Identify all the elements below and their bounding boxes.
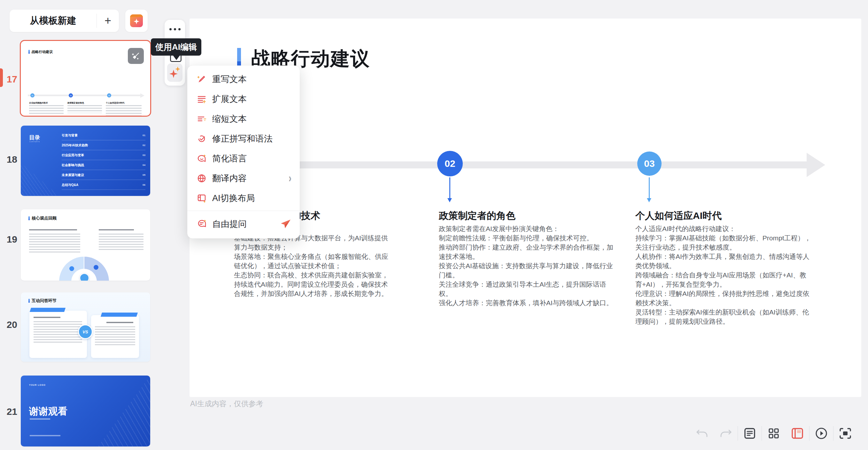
menu-item-ai-layout[interactable]: AI切换布局 [187,188,300,208]
layout-icon [197,193,207,203]
redo-icon [719,428,732,439]
menu-item-expand[interactable]: 扩展文本 [187,89,300,109]
slide-thumbnail-20[interactable]: 互动问答环节 VS [21,293,150,362]
toc-item-label: 引言与背景 [62,133,78,138]
menu-item-shorten[interactable]: 缩短文本 [187,109,300,129]
grid-view-button[interactable] [762,428,785,439]
column-3-body[interactable]: 个人适应AI时代的战略行动建议： 持续学习：掌握AI基础技能（如数据分析、Pro… [636,224,812,326]
mini-col-heading: 政策制定者的角色 [67,102,84,104]
app-root: 从模板新建 + 17 18 19 20 21 战略行动建议 01 02 03 企… [0,0,868,450]
mini-heading-bar [99,229,134,231]
mini-slide-title: 谢谢观看 [29,405,67,418]
menu-item-fix-grammar[interactable]: 修正拼写和语法 [187,129,300,149]
undo-icon [696,428,709,439]
menu-item-label: 重写文本 [212,73,291,85]
menu-item-simplify[interactable]: 简化语言 [187,149,300,169]
slide-thumbnail-18[interactable]: 目录 CONTENTS 引言与背景 01 2025年AI技术趋势 02 行业应用… [21,126,150,196]
new-from-template-button[interactable]: 从模板新建 [9,14,96,27]
step-2-arrow [450,177,450,199]
mini-text-lines [34,321,82,343]
present-button[interactable] [809,427,833,440]
menu-item-label: 自由提问 [212,218,274,230]
mini-timeline-bar [28,95,141,96]
chat-bubble-icon [197,219,207,229]
mini-step-1: 01 [30,93,34,97]
toc-row: 总结与Q&A 06 [62,180,146,190]
ai-beautify-badge[interactable] [128,48,144,64]
shorten-text-icon [197,114,207,124]
menu-item-label: 翻译内容 [212,173,283,184]
simplify-icon [197,154,207,163]
notes-icon [744,427,756,440]
mini-slide-title: 互动问答环节 [32,298,57,304]
mini-slide-title: 战略行动建议 [32,50,53,54]
menu-item-label: AI切换布局 [212,192,291,204]
ai-edit-button[interactable] [167,63,183,82]
gauge-center-circle [80,273,89,280]
menu-divider [187,211,300,211]
timeline-step-2[interactable]: 02 [437,151,463,176]
ai-template-icon [130,14,143,27]
mini-card-left-tab [30,308,65,312]
mini-heading-bar [29,229,77,231]
column-2-body[interactable]: 政策制定者需在AI发展中扮演关键角色： 制定前瞻性法规：平衡创新与伦理，确保技术… [439,224,614,307]
slide-number-20: 20 [0,319,17,330]
fullscreen-icon [839,427,852,440]
add-slide-button[interactable]: + [97,9,119,32]
toc-item-label: 行业应用与变革 [62,153,84,157]
fullscreen-button[interactable] [834,427,857,440]
mini-heading-bar [34,317,60,318]
redo-button[interactable] [714,428,738,439]
slide-number-19: 19 [0,234,17,245]
timeline-step-3[interactable]: 03 [637,151,661,176]
slide-thumbnail-19[interactable]: 核心观点回顾 [21,209,150,280]
mini-heading-bar [106,322,133,324]
mini-text-lines [106,105,142,116]
mini-slide-title: 核心观点回顾 [32,215,57,221]
play-icon [815,427,828,440]
toc-item-label: 社会影响与挑战 [62,163,84,168]
slide-title-bar [237,48,241,66]
mini-text-lines [29,105,64,115]
ai-edit-tooltip: 使用AI编辑 [151,38,202,56]
toc-row: 社会影响与挑战 04 [62,160,146,170]
speaker-notes-button[interactable] [738,427,762,440]
sparkles-icon [169,66,181,79]
timeline-arrow-head [807,153,825,177]
slide-thumbnail-21[interactable]: YOUR LOGO 谢谢观看 [21,376,150,447]
ai-template-button[interactable] [125,9,148,32]
spellcheck-icon [197,134,207,144]
mini-text-lines [29,234,80,253]
mini-subtitle-bar [30,418,50,420]
column-2-heading[interactable]: 政策制定者的角色 [439,209,516,222]
toc-item-num: 05 [143,174,146,176]
menu-item-translate[interactable]: 翻译内容 › [187,169,300,188]
selected-slide-indicator [0,68,3,87]
toc-row: 引言与背景 01 [62,131,146,140]
slide-number-18: 18 [0,154,17,165]
menu-item-rewrite[interactable]: 重写文本 [187,69,300,89]
toc-item-label: 未来展望与建议 [62,173,84,177]
send-icon[interactable] [280,219,291,230]
toc-subtitle: CONTENTS [29,141,40,143]
rewrite-icon [197,74,207,84]
menu-item-label: 修正拼写和语法 [212,133,291,145]
vs-circle: VS [78,324,93,339]
slide-thumbnail-17[interactable]: 战略行动建议 01 02 03 企业如何拥抱AI技术 政策制定者的角色 个人如何… [21,41,150,116]
toc-row: 未来展望与建议 05 [62,170,146,180]
gauge-dot-right [94,265,98,270]
grid-icon [768,428,779,439]
expand-text-icon [197,94,207,104]
more-options-button[interactable] [164,28,185,30]
panel-view-icon [791,427,804,440]
toc-item-num: 04 [143,163,146,167]
toc-item-num: 06 [143,183,146,186]
menu-item-label: 扩展文本 [212,93,291,105]
mini-col-heading: 企业如何拥抱AI技术 [29,102,48,104]
panel-view-button-active[interactable] [785,427,809,440]
menu-item-label: 缩短文本 [212,113,291,125]
slide-number-21: 21 [0,406,17,417]
column-3-heading[interactable]: 个人如何适应AI时代 [636,209,722,222]
undo-button[interactable] [690,428,714,439]
menu-item-free-ask[interactable]: 自由提问 [187,213,300,235]
